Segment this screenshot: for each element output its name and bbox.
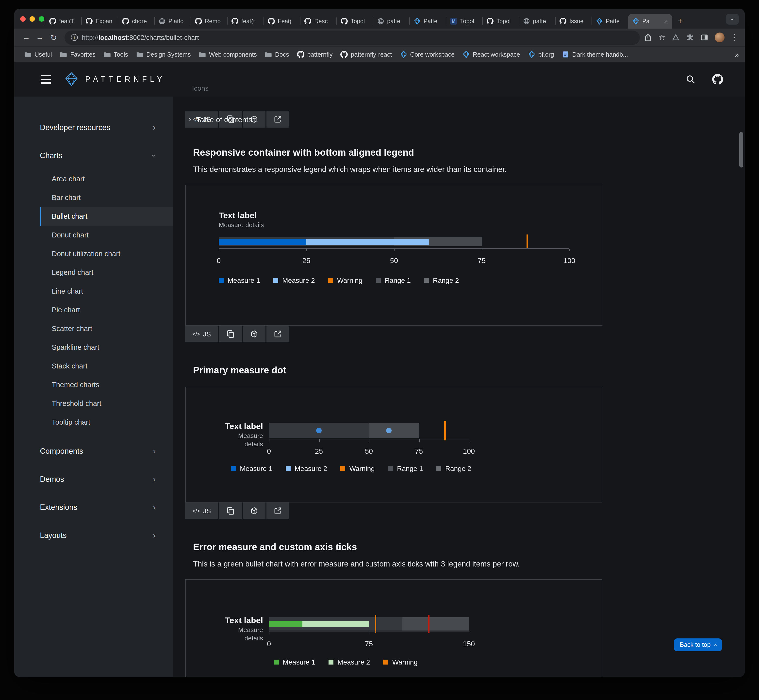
sidebar-chart-item[interactable]: Donut utilization chart — [40, 244, 173, 263]
codesandbox-button[interactable] — [243, 326, 265, 342]
browser-tab[interactable]: M feat(t × — [227, 14, 264, 28]
bookmark-item[interactable]: Docs — [261, 49, 293, 60]
browser-tab[interactable]: M Topol × — [336, 14, 373, 28]
browser-tab[interactable]: M patte × — [373, 14, 409, 28]
search-icon[interactable] — [686, 74, 695, 84]
open-external-button[interactable] — [267, 111, 289, 128]
browser-tab[interactable]: M Patte × — [592, 14, 628, 28]
sidebar-chart-item[interactable]: Bullet chart — [40, 207, 173, 226]
browser-tab[interactable]: M patte × — [518, 14, 555, 28]
close-window-button[interactable] — [20, 16, 26, 22]
table-of-contents-toggle[interactable]: › Table of contents — [189, 111, 252, 128]
copy-code-button[interactable] — [219, 326, 242, 342]
extension-triangle-icon[interactable] — [672, 33, 680, 41]
sidebar-chart-item[interactable]: Line chart — [40, 282, 173, 300]
bookmark-item[interactable]: Web components — [195, 49, 261, 60]
bookmark-item[interactable]: Useful — [20, 49, 56, 60]
sidebar-chart-item[interactable]: Threshold chart — [40, 394, 173, 413]
new-tab-button[interactable]: + — [673, 14, 687, 28]
github-icon — [340, 51, 348, 58]
sidebar-section[interactable]: Components › — [14, 437, 173, 465]
browser-tab[interactable]: M Topol × — [446, 14, 482, 28]
bookmark-icon — [60, 51, 67, 58]
sidebar-chart-item[interactable]: Themed charts — [40, 375, 173, 394]
sidebar-section-label: Developer resources — [40, 123, 110, 132]
tab-title: Issue — [569, 18, 587, 25]
browser-tab[interactable]: M chore × — [118, 14, 154, 28]
bookmark-item[interactable]: Design Systems — [132, 49, 195, 60]
sidebar-chart-item[interactable]: Tooltip chart — [40, 413, 173, 431]
bookmark-item[interactable]: Core workspace — [396, 49, 459, 60]
open-external-button[interactable] — [267, 503, 289, 519]
brand[interactable]: PATTERNFLY — [64, 72, 165, 87]
forward-button[interactable]: → — [33, 31, 47, 44]
browser-tab[interactable]: M Issue × — [555, 14, 592, 28]
back-button[interactable]: ← — [19, 31, 33, 44]
bookmark-item[interactable]: pf.org — [524, 49, 558, 60]
github-icon — [86, 18, 92, 25]
sidebar-chart-item[interactable]: Area chart — [40, 169, 173, 188]
page-info-icon[interactable]: i — [71, 34, 78, 41]
browser-tab[interactable]: M Pa × — [628, 14, 672, 28]
hamburger-menu-icon[interactable] — [41, 75, 51, 83]
bookmark-item[interactable]: Favorites — [56, 49, 100, 60]
codesandbox-button[interactable] — [243, 503, 265, 519]
section-title: Primary measure dot — [193, 365, 745, 376]
sidebar-chart-item[interactable]: Scatter chart — [40, 319, 173, 338]
browser-tab[interactable]: M Expan × — [81, 14, 118, 28]
browser-tab[interactable]: M Feat( × — [264, 14, 300, 28]
profile-avatar[interactable] — [715, 33, 725, 42]
sidebar-section[interactable]: Demos › — [14, 465, 173, 493]
sidebar-item-charts[interactable]: Charts › — [14, 141, 173, 169]
bookmark-star-icon[interactable]: ☆ — [658, 33, 665, 41]
reload-button[interactable]: ↻ — [47, 31, 61, 44]
bookmark-item[interactable]: React workspace — [459, 49, 524, 60]
bookmark-item[interactable]: Tools — [100, 49, 132, 60]
browser-tab[interactable]: M Topol × — [482, 14, 518, 28]
sidebar-chart-item[interactable]: Legend chart — [40, 263, 173, 282]
patternfly-icon — [632, 18, 639, 25]
bookmark-item[interactable]: patternfly-react — [337, 49, 396, 60]
scrollbar-thumb[interactable] — [739, 132, 743, 167]
language-toggle-button[interactable]: </>JS — [185, 503, 218, 519]
share-icon[interactable] — [643, 33, 652, 42]
sidebar-item-developer-resources[interactable]: Developer resources › — [14, 113, 173, 141]
bookmark-label: Design Systems — [146, 51, 191, 58]
sidebar-section-label: Extensions — [40, 503, 77, 512]
sidebar-section[interactable]: Extensions › — [14, 493, 173, 521]
sidebar-chart-item[interactable]: Bar chart — [40, 188, 173, 207]
tab-search-button[interactable]: › — [726, 14, 739, 25]
sidebar-chart-item[interactable]: Donut chart — [40, 226, 173, 244]
sidebar-chart-item[interactable]: Sparkline chart — [40, 338, 173, 357]
copy-code-button[interactable] — [219, 503, 242, 519]
bookmarks-overflow-icon[interactable]: » — [735, 50, 739, 58]
external-link-icon — [274, 507, 282, 515]
minimize-window-button[interactable] — [30, 16, 35, 22]
extensions-puzzle-icon[interactable] — [686, 33, 694, 41]
browser-tab[interactable]: M feat(T × — [45, 14, 81, 28]
github-icon[interactable] — [712, 74, 723, 85]
sidebar-section[interactable]: Layouts › — [14, 521, 173, 549]
tab-close-icon[interactable]: × — [664, 17, 668, 25]
axis-tick — [394, 249, 395, 251]
browser-tab[interactable]: M Desc × — [300, 14, 336, 28]
menu-kebab-icon[interactable]: ⋮ — [731, 33, 739, 41]
browser-tab[interactable]: M Platfo × — [154, 14, 191, 28]
sidebar-chart-item[interactable]: Stack chart — [40, 357, 173, 375]
toc-row: </>JS › Table of contents — [185, 111, 745, 128]
split-window-icon[interactable] — [700, 33, 708, 41]
sidebar-chart-item[interactable]: Pie chart — [40, 300, 173, 319]
browser-tab[interactable]: M Patte × — [409, 14, 446, 28]
masthead-nav-icons[interactable]: Icons — [192, 84, 209, 92]
address-bar[interactable]: i http://localhost:8002/charts/bullet-ch… — [64, 30, 640, 45]
bookmark-item[interactable]: patternfly — [293, 49, 337, 60]
bookmark-item[interactable]: Dark theme handb... — [558, 49, 632, 60]
sidebar-chart-item-label: Stack chart — [52, 362, 87, 370]
browser-tab[interactable]: M Remo × — [191, 14, 227, 28]
tab-title: patte — [533, 18, 551, 25]
back-to-top-button[interactable]: Back to top › — [674, 638, 722, 651]
zoom-window-button[interactable] — [39, 16, 44, 22]
language-toggle-button[interactable]: </>JS — [185, 326, 218, 342]
warning-tick — [375, 615, 376, 633]
open-external-button[interactable] — [267, 326, 289, 342]
